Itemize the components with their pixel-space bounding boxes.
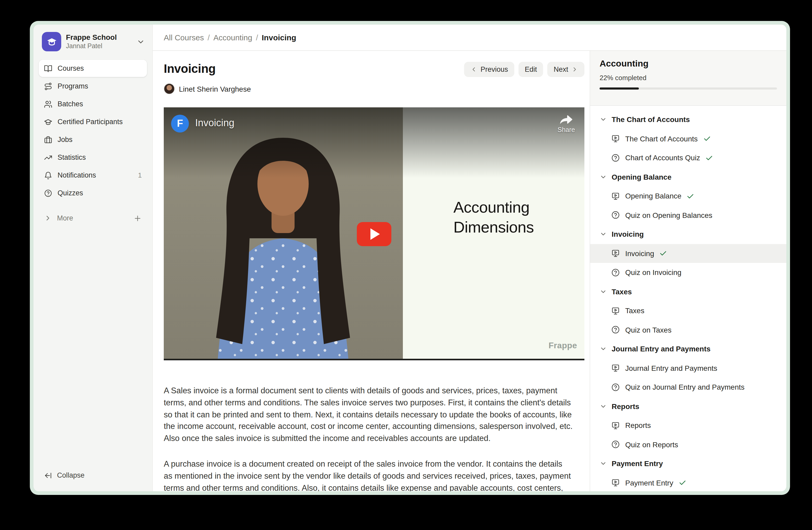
author-avatar <box>164 83 175 94</box>
chapter-row[interactable]: Payment Entry <box>590 454 786 473</box>
sidebar: Frappe School Jannat Patel Courses <box>33 25 153 491</box>
chapter-title: Payment Entry <box>612 460 663 468</box>
progress-fill <box>599 87 639 89</box>
main-region: All Courses/Accounting/Invoicing Invoici… <box>153 25 786 491</box>
sidebar-item-notifications[interactable]: Notifications 1 <box>39 167 147 184</box>
breadcrumb-all-courses[interactable]: All Courses <box>164 33 204 42</box>
channel-avatar[interactable]: F <box>171 115 189 132</box>
outline-quiz[interactable]: Quiz on Invoicing <box>590 263 786 282</box>
graduation-cap-icon <box>44 117 52 126</box>
slide-title: Accounting Dimensions <box>453 197 534 237</box>
chapter-row[interactable]: Invoicing <box>590 225 786 244</box>
chapter-row[interactable]: Taxes <box>590 282 786 301</box>
chapter-row[interactable]: Opening Balance <box>590 167 786 186</box>
outline-lesson[interactable]: Reports <box>590 416 786 435</box>
next-label: Next <box>553 66 568 73</box>
monitor-play-icon <box>611 421 620 430</box>
chapter-title: Invoicing <box>612 230 644 239</box>
edit-button[interactable]: Edit <box>519 62 543 77</box>
chevron-down-icon <box>599 403 607 410</box>
monitor-play-icon <box>611 134 620 143</box>
monitor-play-icon <box>611 306 620 315</box>
monitor-play-icon <box>611 478 620 487</box>
sidebar-collapse-button[interactable]: Collapse <box>39 466 147 484</box>
plus-icon[interactable] <box>133 214 142 222</box>
outline-quiz[interactable]: Quiz on Reports <box>590 435 786 454</box>
sidebar-item-programs[interactable]: Programs <box>39 78 147 95</box>
chapter-title: Reports <box>612 402 639 410</box>
outline-quiz[interactable]: Quiz on Taxes <box>590 320 786 339</box>
breadcrumb-accounting[interactable]: Accounting <box>214 33 252 42</box>
sidebar-item-jobs[interactable]: Jobs <box>39 131 147 148</box>
topbar: All Courses/Accounting/Invoicing <box>153 25 786 51</box>
slide-title-line1: Accounting <box>453 197 534 217</box>
breadcrumb-current: Invoicing <box>262 33 296 42</box>
sidebar-item-certified-participants[interactable]: Certified Participants <box>39 113 147 130</box>
chevron-down-icon <box>136 38 145 46</box>
course-name: Accounting <box>599 59 777 69</box>
next-button[interactable]: Next <box>547 62 584 77</box>
monitor-play-icon <box>611 192 620 200</box>
outline-quiz[interactable]: Quiz on Journal Entry and Payments <box>590 378 786 397</box>
slide-title-line2: Dimensions <box>453 217 534 237</box>
breadcrumb: All Courses/Accounting/Invoicing <box>164 33 296 42</box>
sidebar-item-label: Statistics <box>58 153 142 161</box>
breadcrumb-separator: / <box>207 33 209 42</box>
video-top-row: F Invoicing Share <box>164 107 584 134</box>
outline-quiz[interactable]: Quiz on Opening Balances <box>590 206 786 225</box>
previous-button[interactable]: Previous <box>464 62 514 77</box>
trending-up-icon <box>44 153 52 162</box>
sidebar-item-statistics[interactable]: Statistics <box>39 149 147 166</box>
chapter-row[interactable]: The Chart of Accounts <box>590 110 786 129</box>
chevron-down-icon <box>599 288 607 295</box>
outline-lesson[interactable]: Payment Entry <box>590 473 786 491</box>
play-button[interactable] <box>357 222 391 246</box>
frappe-school-logo <box>42 32 61 51</box>
check-icon <box>679 479 686 487</box>
video-title[interactable]: Invoicing <box>195 117 234 129</box>
chapter-row[interactable]: Journal Entry and Payments <box>590 339 786 359</box>
share-button[interactable]: Share <box>557 115 575 134</box>
workspace-user: Jannat Patel <box>66 42 132 50</box>
check-icon <box>687 192 695 200</box>
sidebar-item-quizzes[interactable]: Quizzes <box>39 184 147 201</box>
video-player[interactable]: Accounting Dimensions Frappe F Invoicing <box>164 107 584 360</box>
users-icon <box>44 100 52 108</box>
workspace-name: Frappe School <box>66 33 132 42</box>
quiz-icon <box>611 440 620 449</box>
outline-lesson[interactable]: Opening Balance <box>590 186 786 206</box>
quiz-icon <box>611 325 620 334</box>
chapter-title: Opening Balance <box>612 173 671 181</box>
book-open-icon <box>44 64 52 72</box>
quiz-label: Quiz on Invoicing <box>625 268 681 277</box>
edit-label: Edit <box>525 66 537 73</box>
sidebar-item-courses[interactable]: Courses <box>39 60 147 77</box>
lesson-title-row: Invoicing Previous Edit <box>164 62 584 77</box>
share-label: Share <box>557 126 575 134</box>
sidebar-item-label: Batches <box>58 100 142 108</box>
outline-lesson[interactable]: Journal Entry and Payments <box>590 359 786 378</box>
outline-lesson[interactable]: The Chart of Accounts <box>590 129 786 148</box>
course-outline-panel: Accounting 22% completed The Chart of Ac… <box>590 51 786 491</box>
lesson-content: Invoicing Previous Edit <box>153 51 590 491</box>
outline-quiz[interactable]: Chart of Accounts Quiz <box>590 148 786 167</box>
previous-label: Previous <box>481 66 508 73</box>
chevron-right-icon <box>44 214 52 222</box>
sidebar-nav: Courses Programs Batches <box>33 58 152 202</box>
outline-header: Accounting 22% completed <box>590 51 786 106</box>
chapter-title: Journal Entry and Payments <box>612 345 710 353</box>
chevron-down-icon <box>599 116 607 123</box>
outline-lesson-active[interactable]: Invoicing <box>590 244 786 263</box>
sidebar-item-batches[interactable]: Batches <box>39 95 147 113</box>
play-triangle-icon <box>371 228 380 240</box>
check-icon <box>705 154 713 162</box>
outline-lesson[interactable]: Taxes <box>590 301 786 320</box>
lesson-label: Reports <box>625 421 651 430</box>
chapter-row[interactable]: Reports <box>590 397 786 416</box>
graduation-cap-logo-icon <box>46 36 57 47</box>
chevron-down-icon <box>599 231 607 238</box>
workspace-switcher[interactable]: Frappe School Jannat Patel <box>33 25 152 58</box>
help-circle-icon <box>44 189 52 197</box>
quiz-label: Quiz on Taxes <box>625 326 671 334</box>
sidebar-more-toggle[interactable]: More <box>39 209 147 227</box>
